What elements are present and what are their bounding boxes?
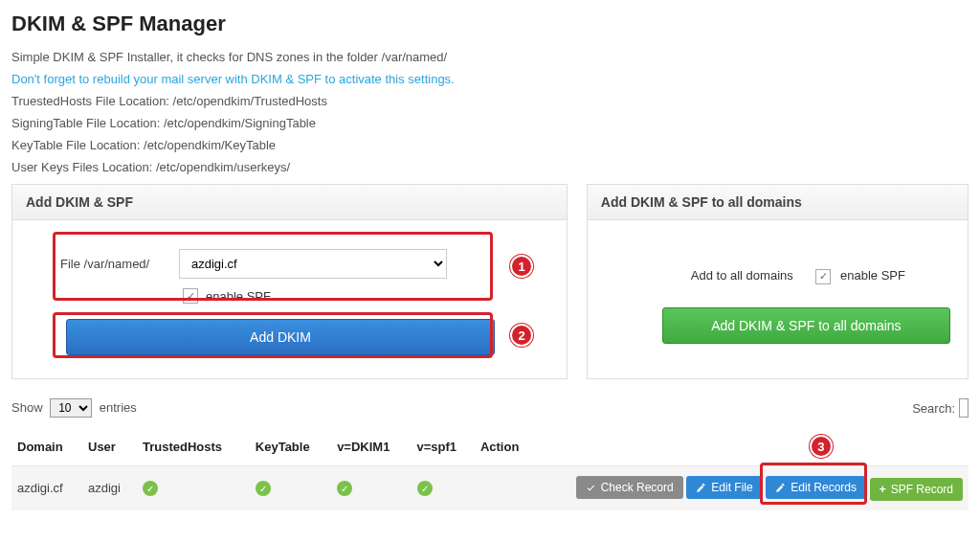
cell-domain: azdigi.cf [11,466,82,510]
enable-spf-all-checkbox[interactable]: ✓ [815,269,831,284]
edit-file-button[interactable]: Edit File [686,476,762,499]
enable-spf-all-label: enable SPF [840,268,905,283]
show-label: Show [11,400,43,415]
add-all-button[interactable]: Add DKIM & SPF to all domains [662,307,950,344]
userkeys-path: User Keys Files Location: /etc/opendkim/… [11,160,969,174]
col-user[interactable]: User [82,427,137,466]
check-icon: ✓ [417,481,433,496]
entries-label: entries [100,400,137,415]
table-row: azdigi.cf azdigi ✓ ✓ ✓ ✓ Check Record Ed… [11,466,969,510]
enable-spf-checkbox[interactable]: ✓ [183,288,198,304]
panel-add-dkim: Add DKIM & SPF 1 File /var/named/ azdigi… [11,184,568,379]
add-dkim-button[interactable]: Add DKIM [66,319,495,355]
check-icon: ✓ [256,481,271,496]
col-dkim[interactable]: v=DKIM1 [331,427,411,466]
annotation-badge-2: 2 [510,324,533,347]
search-label: Search: [912,401,955,416]
enable-spf-label: enable SPF [206,289,271,304]
domain-select[interactable]: azdigi.cf [179,249,447,279]
search-input[interactable] [959,398,969,418]
panel-all-title: Add DKIM & SPF to all domains [588,185,968,220]
check-icon: ✓ [143,481,158,496]
panel-add-all: Add DKIM & SPF to all domains Add to all… [587,184,969,379]
panel-add-title: Add DKIM & SPF [12,185,567,220]
domains-table: Domain User TrustedHosts KeyTable v=DKIM… [11,427,969,510]
check-icon [586,483,596,493]
check-record-button[interactable]: Check Record [576,476,683,499]
rebuild-link[interactable]: Don't forget to rebuild your mail server… [11,72,455,86]
page-title: DKIM & SPF Manager [11,11,969,36]
col-domain[interactable]: Domain [11,427,82,466]
intro-block: Simple DKIM & SPF Installer, it checks f… [11,50,969,174]
check-icon: ✓ [337,481,352,496]
pencil-icon [696,483,706,493]
search-control: Search: [912,398,969,418]
annotation-badge-1: 1 [510,255,533,278]
col-action[interactable]: Action [475,427,732,466]
pencil-icon [775,483,786,493]
plus-icon: + [880,483,886,496]
trusted-hosts-path: TruestedHosts File Location: /etc/opendk… [11,94,969,108]
entries-control: Show 10 entries [11,398,137,418]
entries-select[interactable]: 10 [50,398,92,418]
annotation-badge-3: 3 [810,435,833,458]
file-path-label: File /var/named/ [60,257,166,271]
col-spf[interactable]: v=spf1 [412,427,475,466]
signing-table-path: SigningTable File Location: /etc/opendki… [11,116,969,130]
keytable-path: KeyTable File Location: /etc/opendkim/Ke… [11,138,969,152]
col-keytable[interactable]: KeyTable [250,427,331,466]
spf-record-button[interactable]: + SPF Record [870,478,963,501]
col-trusted[interactable]: TrustedHosts [137,427,250,466]
cell-user: azdigi [82,466,137,510]
intro-line: Simple DKIM & SPF Installer, it checks f… [11,50,969,64]
edit-records-button[interactable]: Edit Records [766,476,866,499]
add-all-label: Add to all domains [691,268,793,283]
